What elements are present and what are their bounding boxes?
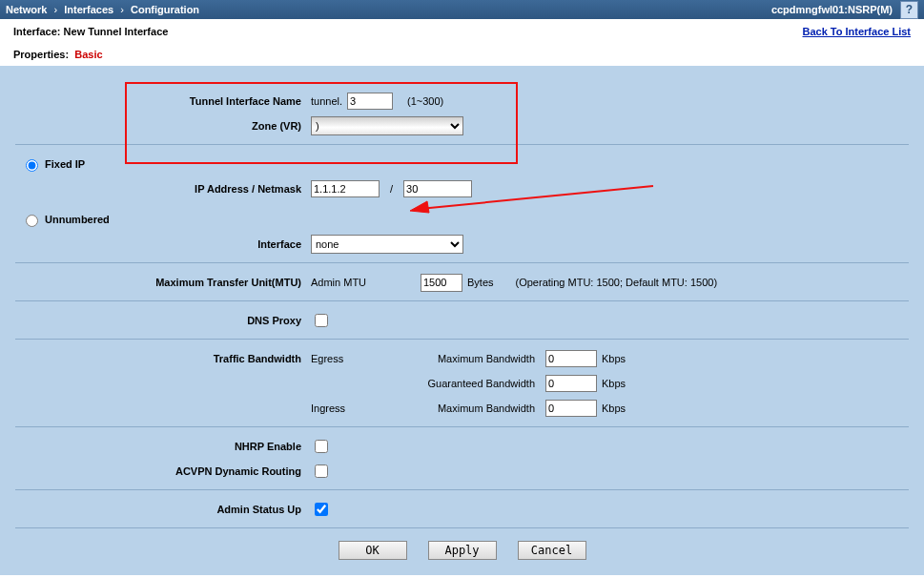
- label-max-bw: Maximum Bandwidth: [421, 353, 541, 364]
- system-name: ccpdmngfwl01:NSRP(M): [771, 4, 893, 15]
- label-nhrp: NHRP Enable: [15, 441, 311, 452]
- breadcrumb: Network › Interfaces › Configuration: [6, 4, 199, 15]
- top-bar: Network › Interfaces › Configuration ccp…: [0, 0, 924, 19]
- tunnel-prefix: tunnel.: [311, 95, 342, 107]
- egress-max-input[interactable]: [545, 350, 597, 367]
- mtu-note: (Operating MTU: 1500; Default MTU: 1500): [516, 277, 718, 288]
- props-key: Properties:: [13, 49, 69, 60]
- label-traffic-bw: Traffic Bandwidth: [15, 353, 311, 364]
- label-admin-up: Admin Status Up: [15, 504, 311, 515]
- mtu-input[interactable]: [421, 274, 462, 292]
- tunnel-range: (1~300): [407, 95, 443, 107]
- admin-up-checkbox[interactable]: [315, 503, 328, 516]
- properties-label: Properties: Basic: [13, 49, 911, 60]
- zone-select[interactable]: ): [311, 116, 463, 135]
- label-ip-netmask: IP Address / Netmask: [15, 183, 311, 195]
- ok-button[interactable]: OK: [339, 541, 407, 560]
- apply-button[interactable]: Apply: [428, 541, 497, 560]
- form-area: Tunnel Interface Name tunnel. (1~300) Zo…: [0, 66, 924, 575]
- egress-guaranteed-input[interactable]: [545, 375, 597, 392]
- label-max-bw: Maximum Bandwidth: [421, 403, 541, 414]
- crumb-interfaces[interactable]: Interfaces: [64, 4, 113, 15]
- nhrp-checkbox[interactable]: [315, 440, 328, 453]
- kbps-label: Kbps: [602, 378, 626, 389]
- dns-proxy-checkbox[interactable]: [315, 314, 328, 327]
- bytes-label: Bytes: [467, 277, 494, 288]
- kbps-label: Kbps: [602, 403, 626, 414]
- label-dns-proxy: DNS Proxy: [15, 315, 311, 326]
- label-fixed-ip: Fixed IP: [45, 158, 85, 170]
- props-value: Basic: [74, 49, 102, 60]
- crumb-sep: ›: [120, 4, 124, 15]
- label-ingress: Ingress: [311, 403, 416, 414]
- label-acvpn: ACVPN Dynamic Routing: [15, 465, 311, 477]
- label-zone: Zone (VR): [15, 120, 311, 132]
- ip-address-input[interactable]: [311, 180, 380, 197]
- page-title: Interface: New Tunnel Interface: [13, 26, 911, 37]
- label-egress: Egress: [311, 353, 416, 364]
- help-icon[interactable]: ?: [900, 1, 918, 19]
- crumb-sep: ›: [53, 4, 57, 15]
- tunnel-number-input[interactable]: [347, 93, 393, 110]
- acvpn-checkbox[interactable]: [315, 464, 328, 478]
- label-tunnel-name: Tunnel Interface Name: [15, 95, 311, 107]
- back-link[interactable]: Back To Interface List: [803, 26, 912, 37]
- slash: /: [390, 183, 393, 195]
- unnumbered-radio[interactable]: [26, 215, 38, 227]
- label-guaranteed-bw: Guaranteed Bandwidth: [421, 378, 541, 389]
- crumb-config[interactable]: Configuration: [131, 4, 199, 15]
- label-interface: Interface: [15, 238, 311, 250]
- kbps-label: Kbps: [602, 353, 626, 364]
- fixed-ip-radio[interactable]: [26, 159, 38, 172]
- netmask-input[interactable]: [403, 180, 472, 197]
- label-mtu: Maximum Transfer Unit(MTU): [15, 277, 311, 288]
- crumb-network[interactable]: Network: [6, 4, 47, 15]
- label-unnumbered: Unnumbered: [45, 214, 110, 225]
- ingress-max-input[interactable]: [545, 400, 597, 417]
- interface-select[interactable]: none: [311, 235, 463, 254]
- label-admin-mtu: Admin MTU: [311, 277, 416, 288]
- cancel-button[interactable]: Cancel: [518, 541, 586, 560]
- page-header: Back To Interface List Interface: New Tu…: [0, 19, 924, 66]
